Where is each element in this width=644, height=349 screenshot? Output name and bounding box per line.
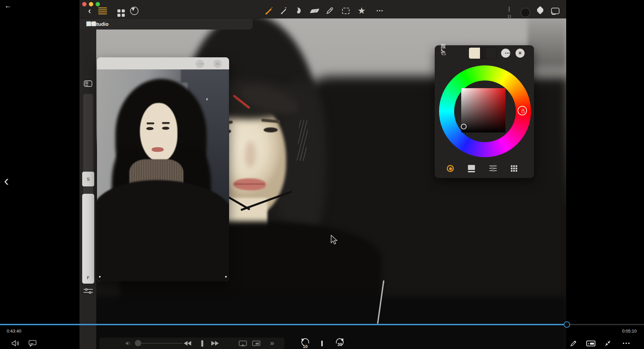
skip-back-label: 10	[299, 342, 312, 349]
eyedropper-pen-tool-icon[interactable]	[325, 6, 334, 15]
photo-lips	[152, 147, 164, 152]
paint-brush-tool-icon[interactable]	[264, 6, 274, 15]
fast-forward-button[interactable]	[211, 338, 219, 349]
exit-fullscreen-icon[interactable]	[603, 338, 612, 349]
layers-icon[interactable]	[535, 6, 545, 15]
brush-tip-icon[interactable]	[130, 6, 139, 15]
mouse-cursor	[330, 235, 338, 245]
tab-sliders-icon[interactable]	[488, 164, 498, 173]
photo-left-eye	[146, 127, 154, 130]
skip-back-10-button[interactable]: 10	[299, 338, 312, 349]
color-swatch-pair[interactable]	[469, 47, 497, 59]
size-slider-label: S	[87, 177, 90, 182]
color-panel-more-icon[interactable]	[501, 49, 510, 58]
photo-face	[140, 103, 177, 162]
remaining-time: 0:05:10	[622, 329, 637, 334]
skip-forward-30-button[interactable]: 30	[333, 338, 346, 349]
artstudio-menubar: Artstudio 文件 编辑 图像 调整 图层 选择 滤镜 视图	[79, 18, 253, 30]
more-controls-chevrons[interactable]: »	[268, 338, 276, 349]
resize-handle-right[interactable]	[225, 276, 227, 278]
brush-size-indicator	[509, 7, 509, 12]
playhead-handle[interactable]	[564, 322, 570, 328]
volume-icon[interactable]	[11, 338, 21, 349]
reference-more-icon[interactable]	[196, 60, 204, 68]
markup-pencil-icon[interactable]	[569, 338, 578, 349]
progress-fill	[0, 324, 567, 325]
size-slider-handle[interactable]: S	[82, 172, 94, 186]
touchbar-icon[interactable]	[586, 338, 596, 349]
selection-tool-icon[interactable]	[341, 6, 350, 15]
sliders-settings-icon[interactable]	[84, 288, 93, 294]
photo-left-brow	[147, 122, 154, 124]
color-panel[interactable]: 颜色• ✕	[435, 45, 534, 178]
favorites-star-icon[interactable]: ★	[357, 6, 366, 15]
tab-palette-grid-icon[interactable]	[509, 164, 519, 173]
previous-chevron[interactable]: ‹	[1, 174, 12, 189]
photo-right-eye	[162, 127, 169, 130]
video-content[interactable]: S F ‹	[79, 0, 566, 349]
subtitles-icon[interactable]	[28, 338, 38, 349]
pause-button[interactable]	[199, 338, 206, 349]
toolbar-back-chevron[interactable]: ‹	[86, 6, 94, 15]
main-menu-icon[interactable]	[98, 6, 107, 15]
color-panel-close-icon[interactable]: ✕	[516, 49, 525, 58]
toolbar-more-icon[interactable]	[374, 6, 381, 15]
panel-toggle-icon[interactable]	[84, 80, 92, 87]
picture-in-picture-icon[interactable]	[252, 338, 261, 349]
fullscreen-icon[interactable]	[551, 6, 560, 15]
tab-color-wheel-icon[interactable]	[445, 164, 455, 173]
photo-jacket	[97, 180, 229, 281]
rewind-button[interactable]	[183, 338, 192, 349]
resize-handle-left[interactable]	[99, 276, 101, 278]
skip-forward-label: 30	[333, 342, 346, 347]
video-player-app: ← 0818001.mov ‹	[0, 0, 644, 349]
saturation-value-square[interactable]	[461, 88, 505, 132]
volume-slider-thumb[interactable]	[135, 340, 141, 346]
overlay-pause-button[interactable]	[319, 338, 325, 349]
wet-brush-tool-icon[interactable]	[279, 6, 288, 15]
reference-close-icon[interactable]: ✕	[213, 60, 222, 68]
artstudio-toolbar: ‹ ★ 13	[79, 0, 566, 18]
reference-photo	[97, 69, 229, 281]
airplay-icon[interactable]	[238, 338, 248, 349]
eraser-tool-icon[interactable]	[310, 6, 319, 15]
reference-window[interactable]: ✕	[97, 57, 229, 281]
photo-right-brow	[162, 122, 170, 124]
player-more-icon[interactable]	[619, 338, 628, 349]
tab-swatch-card-icon[interactable]	[467, 164, 476, 173]
artstudio-left-sidebar: S F	[79, 30, 96, 349]
elapsed-time: 0:43:40	[7, 329, 21, 334]
mute-icon[interactable]	[125, 338, 131, 349]
painting-nose-shadow	[245, 141, 256, 168]
progress-track[interactable]	[0, 324, 644, 325]
painting-right-eye	[264, 127, 278, 132]
painting-lip-line	[234, 183, 265, 185]
brush-size-value: 13	[505, 15, 514, 18]
hue-lock-handle[interactable]	[518, 106, 527, 115]
current-color-swatch[interactable]	[521, 8, 530, 17]
gallery-grid-icon[interactable]	[115, 6, 122, 15]
flow-slider-handle[interactable]: F	[82, 194, 94, 284]
secondary-color-swatch[interactable]	[469, 48, 480, 59]
menu-item-view[interactable]: 视图	[86, 21, 96, 27]
sv-cursor[interactable]	[461, 124, 467, 129]
volume-slider-track[interactable]	[136, 343, 183, 344]
flow-slider-label: F	[87, 275, 90, 280]
smudge-tool-icon[interactable]	[294, 6, 303, 15]
